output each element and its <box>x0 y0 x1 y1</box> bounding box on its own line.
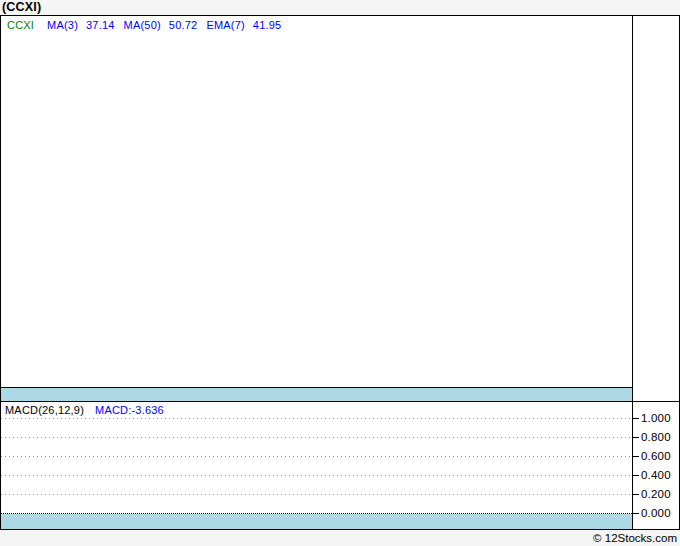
legend-ma50-value: 50.72 <box>169 19 198 31</box>
y-axis-label: 0.600 <box>641 450 671 462</box>
gridline-0-800 <box>1 437 632 438</box>
axis-tick <box>633 456 639 457</box>
axis-tick <box>633 513 639 514</box>
legend-ma3-value: 37.14 <box>86 19 115 31</box>
legend-ma50-label: MA(50) <box>124 19 161 31</box>
macd-indicator-label: MACD(26,12,9) <box>5 404 84 416</box>
price-chart-box: CCXIMA(3)37.14MA(50)50.72EMA(7)41.95 <box>0 15 680 402</box>
price-panel: CCXIMA(3)37.14MA(50)50.72EMA(7)41.95 <box>1 16 633 401</box>
legend-ema7-value: 41.95 <box>253 19 282 31</box>
legend-ema7-label: EMA(7) <box>206 19 244 31</box>
price-plot-area: CCXIMA(3)37.14MA(50)50.72EMA(7)41.95 <box>1 16 632 387</box>
stock-chart-page: (CCXI) CCXIMA(3)37.14MA(50)50.72EMA(7)41… <box>0 0 680 546</box>
axis-tick <box>633 475 639 476</box>
gridline-1-000 <box>1 418 632 419</box>
axis-tick <box>633 418 639 419</box>
footer: © 12Stocks.com <box>0 530 680 546</box>
gridline-0-600 <box>1 456 632 457</box>
macd-chart-box: MACD(26,12,9)MACD:-3.636 1.000 0.800 0.6… <box>0 402 680 530</box>
macd-panel: MACD(26,12,9)MACD:-3.636 <box>1 402 633 529</box>
legend-ma50: MA(50)50.72 <box>124 19 198 31</box>
price-legend: CCXIMA(3)37.14MA(50)50.72EMA(7)41.95 <box>7 19 290 31</box>
legend-ticker: CCXI <box>7 19 34 31</box>
y-axis-label: 0.800 <box>641 431 671 443</box>
chart-header: (CCXI) <box>0 0 680 15</box>
separator-band-top <box>1 387 632 401</box>
site-credit: © 12Stocks.com <box>593 532 677 544</box>
y-axis-label: 0.200 <box>641 488 671 500</box>
chart-title: (CCXI) <box>2 0 41 15</box>
y-axis-label: 0.000 <box>641 507 671 519</box>
gridline-0-400 <box>1 475 632 476</box>
axis-tick <box>633 494 639 495</box>
macd-axis-gutter: 1.000 0.800 0.600 0.400 0.200 0.000 <box>633 402 679 529</box>
legend-ma3: MA(3)37.14 <box>47 19 114 31</box>
macd-value-label: MACD:-3.636 <box>95 404 164 416</box>
separator-band-bottom <box>1 514 632 529</box>
legend-ema7: EMA(7)41.95 <box>206 19 281 31</box>
axis-tick <box>633 437 639 438</box>
y-axis-label: 1.000 <box>641 412 671 424</box>
price-axis-gutter <box>633 16 679 401</box>
macd-label-row: MACD(26,12,9)MACD:-3.636 <box>5 404 164 416</box>
y-axis-label: 0.400 <box>641 469 671 481</box>
legend-ma3-label: MA(3) <box>47 19 78 31</box>
gridline-0-200 <box>1 494 632 495</box>
